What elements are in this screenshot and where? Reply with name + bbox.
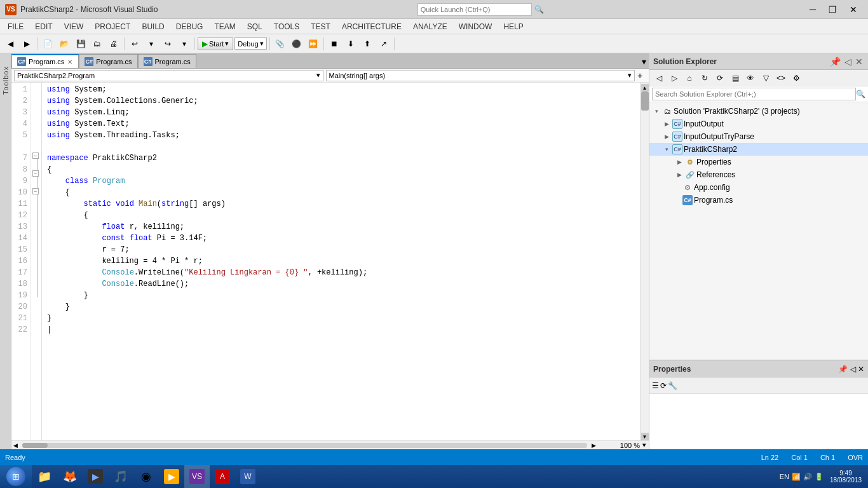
menu-window[interactable]: WINDOW — [454, 21, 498, 32]
fold-namespace[interactable]: − — [32, 152, 39, 159]
se-prop-btn[interactable]: ⚙ — [789, 71, 803, 85]
step-button[interactable]: ⏩ — [306, 36, 321, 51]
scroll-track-h[interactable] — [22, 443, 587, 448]
se-back-btn[interactable]: ◁ — [652, 71, 666, 85]
tree-programcs[interactable]: C# Program.cs — [649, 194, 868, 207]
scroll-right-button[interactable]: ▶ — [590, 442, 598, 449]
code-content[interactable]: using System; using System.Collections.G… — [42, 83, 640, 440]
tree-expand-solution[interactable]: ▾ — [652, 107, 661, 116]
close-button[interactable]: ✕ — [844, 3, 863, 16]
menu-sql[interactable]: SQL — [242, 21, 268, 32]
menu-project[interactable]: PROJECT — [90, 21, 135, 32]
restore-button[interactable]: ❐ — [824, 3, 843, 16]
se-home-btn[interactable]: ⌂ — [682, 71, 696, 85]
toolbox-panel[interactable]: Toolbox — [0, 53, 11, 449]
menu-file[interactable]: FILE — [3, 21, 29, 32]
editor-vertical-scrollbar[interactable]: ▲ ▼ — [640, 83, 649, 440]
stop-button[interactable]: ⏹ — [327, 36, 342, 51]
taskbar-vs[interactable]: VS — [184, 465, 210, 488]
nav-plus-button[interactable]: + — [637, 71, 646, 81]
tree-expand-properties[interactable]: ▶ — [675, 158, 684, 166]
se-filter-btn[interactable]: ▽ — [759, 71, 773, 85]
tab-program-cs-3[interactable]: C# Program.cs — [138, 54, 196, 68]
prop-cat-btn[interactable]: ☰ — [652, 381, 659, 390]
taskbar-acrobat[interactable]: A — [210, 465, 235, 488]
tab-program-cs-2[interactable]: C# Program.cs — [79, 54, 137, 68]
tree-project-praktik[interactable]: ▾ C# PraktikCSharp2 — [649, 143, 868, 156]
scroll-thumb-h[interactable] — [22, 443, 48, 448]
tab-program-cs-1[interactable]: C# Program.cs ✕ — [11, 54, 79, 68]
zoom-dropdown[interactable]: ▾ — [642, 441, 646, 449]
taskbar-word[interactable]: W — [235, 465, 261, 488]
tree-expand-inputoutput[interactable]: ▶ — [662, 119, 671, 128]
menu-debug[interactable]: DEBUG — [171, 21, 208, 32]
menu-test[interactable]: TEST — [306, 21, 336, 32]
se-close-button[interactable]: ✕ — [854, 57, 864, 67]
step-out-button[interactable]: ↗ — [376, 36, 391, 51]
se-refresh-btn[interactable]: ⟳ — [713, 71, 727, 85]
member-nav-dropdown[interactable]: Main(string[] args) ▾ — [326, 70, 635, 81]
se-collapse-btn[interactable]: ▤ — [728, 71, 742, 85]
se-expand-button[interactable]: ◁ — [843, 57, 853, 67]
back-button[interactable]: ◀ — [3, 36, 18, 51]
system-clock[interactable]: 9:49 18/08/2013 — [826, 470, 865, 484]
tree-project-inputoutput[interactable]: ▶ C# InputOutput — [649, 118, 868, 130]
tree-properties[interactable]: ▶ ⚙ Properties — [649, 156, 868, 168]
scroll-left-button[interactable]: ◀ — [11, 442, 20, 449]
taskbar-firefox[interactable]: 🦊 — [57, 465, 83, 488]
debug-config-dropdown[interactable]: Debug ▾ — [234, 37, 266, 50]
se-pin-button[interactable]: 📌 — [829, 57, 842, 67]
breakpoint-button[interactable]: ⚫ — [289, 36, 304, 51]
prop-expand-button[interactable]: ◁ — [850, 365, 856, 374]
quick-launch-input[interactable] — [417, 3, 532, 16]
code-editor[interactable]: 1 2 3 4 5 7 8 9 10 11 12 13 14 15 16 17 … — [11, 83, 649, 440]
tab-list-button[interactable]: ▾ — [639, 55, 649, 68]
redo-button[interactable]: ↪ — [160, 36, 175, 51]
se-search-input[interactable] — [652, 88, 856, 100]
se-forward-btn[interactable]: ▷ — [667, 71, 681, 85]
open-button[interactable]: 📂 — [57, 36, 72, 51]
se-sync-btn[interactable]: ↻ — [698, 71, 712, 85]
tree-project-inputoutputtryparse[interactable]: ▶ C# InputOutputTryParse — [649, 130, 868, 143]
taskbar-media[interactable]: ▶ — [83, 465, 108, 488]
minimize-button[interactable]: ─ — [803, 3, 822, 16]
start-button-taskbar[interactable]: ⊞ — [0, 465, 32, 488]
scroll-up-button[interactable]: ▲ — [641, 84, 649, 92]
start-dropdown-arrow[interactable]: ▾ — [225, 39, 229, 48]
taskbar-nplayer[interactable]: ▶ — [159, 465, 184, 488]
redo-dropdown[interactable]: ▾ — [177, 36, 192, 51]
tree-references[interactable]: ▶ 🔗 References — [649, 168, 868, 181]
menu-analyze[interactable]: ANALYZE — [408, 21, 452, 32]
tree-expand-praktik[interactable]: ▾ — [662, 145, 671, 154]
taskbar-explorer[interactable]: 📁 — [32, 465, 57, 488]
start-button[interactable]: ▶ Start ▾ — [198, 37, 233, 50]
menu-help[interactable]: HELP — [498, 21, 528, 32]
se-view-btn[interactable]: 👁 — [743, 71, 757, 85]
tab-close-1[interactable]: ✕ — [67, 58, 73, 65]
forward-button[interactable]: ▶ — [19, 36, 34, 51]
se-code-btn[interactable]: <> — [774, 71, 788, 85]
undo-dropdown[interactable]: ▾ — [144, 36, 159, 51]
prop-page-btn[interactable]: 🔧 — [668, 381, 677, 390]
prop-pin-button[interactable]: 📌 — [838, 365, 848, 374]
menu-build[interactable]: BUILD — [137, 21, 169, 32]
menu-team[interactable]: TEAM — [209, 21, 240, 32]
taskbar-music[interactable]: 🎵 — [108, 465, 133, 488]
menu-edit[interactable]: EDIT — [30, 21, 57, 32]
fold-class[interactable]: − — [32, 170, 39, 177]
tree-expand-references[interactable]: ▶ — [675, 170, 684, 179]
prop-sort-btn[interactable]: ⟳ — [660, 381, 667, 390]
menu-architecture[interactable]: ARCHITECTURE — [337, 21, 407, 32]
tree-appconfig[interactable]: ⚙ App.config — [649, 181, 868, 194]
step-over-button[interactable]: ⬆ — [360, 36, 375, 51]
step-into-button[interactable]: ⬇ — [343, 36, 358, 51]
save-button[interactable]: 💾 — [73, 36, 88, 51]
tree-expand-itp[interactable]: ▶ — [662, 132, 671, 141]
scroll-track-v[interactable] — [641, 92, 649, 433]
scroll-thumb-v[interactable] — [641, 92, 649, 111]
menu-tools[interactable]: TOOLS — [269, 21, 304, 32]
save-all-button[interactable]: 🗂 — [90, 36, 105, 51]
undo-button[interactable]: ↩ — [127, 36, 142, 51]
scroll-down-button[interactable]: ▼ — [641, 433, 649, 440]
tree-solution[interactable]: ▾ 🗂 Solution 'PraktikCSharp2' (3 project… — [649, 105, 868, 118]
